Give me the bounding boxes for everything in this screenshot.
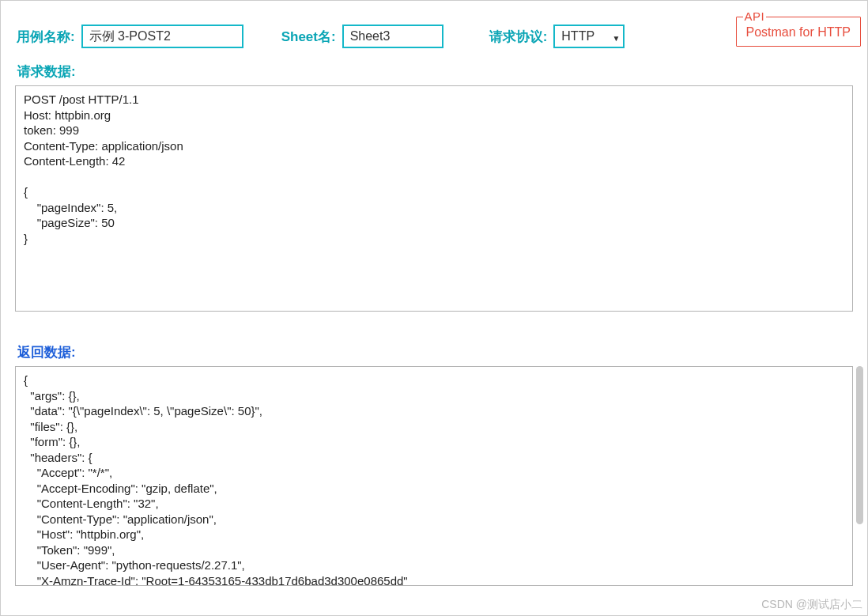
api-info-box: API Postman for HTTP — [736, 17, 861, 47]
scrollbar-track[interactable] — [856, 366, 864, 586]
scrollbar-thumb[interactable] — [856, 366, 863, 524]
case-name-input[interactable] — [81, 25, 243, 48]
protocol-select[interactable] — [553, 25, 625, 48]
response-box-outer: { "args": {}, "data": "{\"pageIndex\": 5… — [15, 366, 853, 586]
watermark-text: CSDN @测试店小二 — [761, 598, 862, 612]
request-data-textarea[interactable]: POST /post HTTP/1.1 Host: httpbin.org to… — [15, 85, 853, 312]
api-legend: API — [743, 9, 767, 23]
protocol-label: 请求协议: — [489, 28, 548, 46]
protocol-select-wrap: ▼ — [553, 25, 625, 48]
spacer — [1, 312, 867, 335]
request-section-label: 请求数据: — [17, 62, 867, 81]
response-data-textarea[interactable]: { "args": {}, "data": "{\"pageIndex\": 5… — [15, 366, 853, 586]
request-box-outer: POST /post HTTP/1.1 Host: httpbin.org to… — [15, 85, 853, 312]
sheet-name-label: Sheet名: — [281, 28, 336, 46]
sheet-name-input[interactable] — [342, 25, 443, 48]
case-name-label: 用例名称: — [17, 28, 75, 46]
api-text: Postman for HTTP — [746, 25, 851, 39]
response-section-label: 返回数据: — [17, 343, 867, 361]
